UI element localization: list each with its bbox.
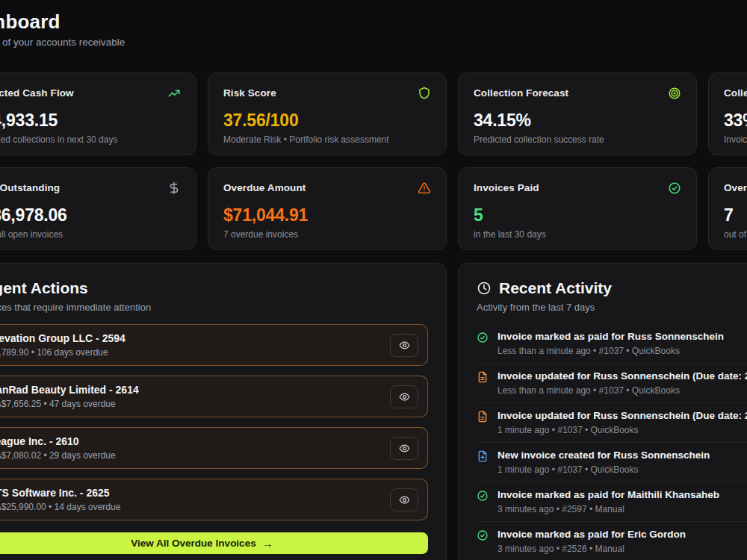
clock-icon (477, 281, 492, 296)
stat-card-title: Overdue Amount (223, 182, 306, 193)
invoice-detail: CA$25,990.00 • 14 days overdue (0, 502, 120, 512)
activity-meta: Less than a minute ago • #1037 • QuickBo… (498, 346, 724, 357)
activity-body: New invoice created for Russ Sonnenschei… (498, 449, 710, 476)
activity-title: Invoice marked as paid for Russ Sonnensc… (498, 330, 724, 343)
urgent-invoice-row: CanRad Beauty Limited - 2614 CA$7,656.25… (0, 376, 428, 417)
invoice-detail: CA$7,656.25 • 47 days overdue (0, 399, 139, 409)
activity-title: Invoice updated for Russ Sonnenschein (D… (498, 370, 747, 382)
stat-card-value: 37.56/100 (223, 110, 431, 131)
recent-activity-panel: Recent Activity Activity from the last 7… (458, 263, 747, 560)
view-invoice-button[interactable] (390, 385, 418, 408)
recent-activity-header: Recent Activity (477, 279, 747, 298)
activity-meta: 1 minute ago • #1037 • QuickBooks (498, 464, 710, 476)
stat-card-title: Invoices Paid (474, 182, 539, 193)
urgent-invoice-text: Elevation Group LLC - 2594 $4,789.90 • 1… (0, 332, 125, 358)
stat-card-collection-rate: Collection Rate 33% Invoices collected o… (708, 72, 747, 155)
invoice-name: CanRad Beauty Limited - 2614 (0, 384, 139, 396)
shield-icon (418, 87, 431, 100)
activity-title: Invoice updated for Russ Sonnenschein (D… (498, 409, 747, 422)
eye-icon (399, 494, 410, 505)
urgent-invoice-text: ATS Software Inc. - 2625 CA$25,990.00 • … (0, 487, 120, 512)
recent-activity-list: Invoice marked as paid for Russ Sonnensc… (477, 324, 747, 560)
invoice-name: ATS Software Inc. - 2625 (0, 487, 120, 499)
dollar-icon (167, 181, 181, 195)
eye-icon (399, 340, 410, 351)
urgent-actions-subtitle: Invoices that require immediate attentio… (0, 302, 428, 314)
urgent-invoice-row: Elevation Group LLC - 2594 $4,789.90 • 1… (0, 324, 428, 366)
activity-body: Invoice marked as paid for Russ Sonnensc… (498, 330, 724, 357)
activity-meta: 3 minutes ago • #2597 • Manual (498, 504, 719, 515)
stat-card-title: Collection Rate (724, 87, 747, 99)
activity-item: New invoice created for Russ Sonnenschei… (477, 443, 747, 482)
invoice-name: Elevation Group LLC - 2594 (0, 332, 125, 344)
stat-card-subtitle: in the last 30 days (474, 229, 681, 240)
file-text-icon (477, 411, 489, 423)
urgent-invoice-row: League Inc. - 2610 CA$7,080.02 • 29 days… (0, 427, 428, 469)
stat-card-title: Overdue Invoices (724, 182, 747, 193)
recent-activity-subtitle: Activity from the last 7 days (477, 302, 747, 314)
stat-card-risk-score: Risk Score 37.56/100 Moderate Risk • Por… (208, 72, 447, 155)
stat-card-value: 5 (474, 205, 681, 225)
file-plus-icon (477, 450, 489, 462)
alert-triangle-icon (418, 181, 431, 195)
lower-panels: Urgent Actions Invoices that require imm… (0, 263, 747, 560)
stat-card-value: 34.15% (474, 110, 681, 131)
stat-card-title: Predicted Cash Flow (0, 87, 74, 99)
page-header: Dashboard Overview of your accounts rece… (0, 0, 747, 49)
view-all-label: View All Overdue Invoices (131, 538, 255, 549)
activity-body: Invoice updated for Russ Sonnenschein (D… (498, 409, 747, 436)
stat-card-subtitle: out of all open invoices (724, 229, 747, 240)
activity-meta: 1 minute ago • #1037 • QuickBooks (498, 425, 747, 436)
invoice-detail: $4,789.90 • 106 days overdue (0, 347, 125, 358)
stat-card-subtitle: 7 overdue invoices (223, 229, 431, 240)
view-invoice-button[interactable] (390, 437, 418, 460)
stat-card-overdue-amount: Overdue Amount $71,044.91 7 overdue invo… (208, 167, 447, 250)
check-circle-icon (477, 490, 489, 502)
activity-item: Invoice marked as paid for Russ Sonnensc… (477, 324, 747, 364)
stat-card-title: Risk Score (223, 87, 276, 99)
activity-title: New invoice created for Russ Sonnenschei… (498, 449, 710, 461)
urgent-invoice-row: ATS Software Inc. - 2625 CA$25,990.00 • … (0, 479, 428, 520)
eye-icon (399, 391, 410, 402)
activity-title: Invoice marked as paid for Maithili Khan… (498, 488, 719, 501)
activity-item: Invoice marked as paid for Eric Gordon 3… (477, 522, 747, 560)
activity-item: Invoice updated for Russ Sonnenschein (D… (477, 403, 747, 443)
stat-card-subtitle: Moderate Risk • Portfolio risk assessmen… (223, 134, 431, 145)
stat-card-invoices-paid: Invoices Paid 5 in the last 30 days (458, 167, 697, 250)
view-all-overdue-button[interactable]: View All Overdue Invoices → (0, 532, 428, 554)
stat-card-title: Total Outstanding (0, 182, 60, 193)
activity-meta: 3 minutes ago • #2526 • Manual (498, 544, 686, 555)
activity-meta: Less than a minute ago • #1037 • QuickBo… (498, 385, 747, 396)
check-circle-icon (477, 529, 489, 541)
content-wrapper: Dashboard Overview of your accounts rece… (0, 0, 747, 560)
urgent-actions-panel: Urgent Actions Invoices that require imm… (0, 263, 447, 560)
invoice-detail: CA$7,080.02 • 29 days overdue (0, 450, 116, 461)
stat-card-subtitle: Predicted collection success rate (474, 134, 681, 145)
stat-card-subtitle: From all open invoices (0, 229, 181, 240)
stat-card-value: 33% (724, 110, 747, 131)
stat-card-predicted-cash-flow: Predicted Cash Flow $54,933.15 Expected … (0, 72, 196, 155)
stats-grid: Predicted Cash Flow $54,933.15 Expected … (0, 72, 747, 250)
check-circle-icon (668, 181, 681, 195)
trending-up-icon (167, 87, 181, 100)
page-title: Dashboard (0, 10, 747, 34)
arrow-right-icon: → (262, 538, 273, 549)
activity-body: Invoice marked as paid for Maithili Khan… (498, 488, 719, 515)
stat-card-subtitle: Expected collections in next 30 days (0, 134, 181, 145)
stat-card-value: 7 (724, 205, 747, 225)
page-subtitle: Overview of your accounts receivable (0, 36, 747, 49)
invoice-name: League Inc. - 2610 (0, 435, 116, 447)
activity-title: Invoice marked as paid for Eric Gordon (498, 528, 686, 541)
urgent-actions-list: Elevation Group LLC - 2594 $4,789.90 • 1… (0, 324, 428, 554)
urgent-actions-title: Urgent Actions (0, 279, 428, 298)
eye-icon (399, 443, 410, 454)
activity-item: Invoice marked as paid for Maithili Khan… (477, 482, 747, 522)
stat-card-value: $71,044.91 (223, 205, 431, 225)
view-invoice-button[interactable] (390, 334, 418, 357)
recent-activity-title: Recent Activity (499, 279, 612, 298)
view-invoice-button[interactable] (390, 488, 418, 511)
urgent-invoice-text: League Inc. - 2610 CA$7,080.02 • 29 days… (0, 435, 116, 461)
target-icon (668, 87, 681, 100)
stat-card-value: $54,933.15 (0, 110, 181, 131)
activity-item: Invoice updated for Russ Sonnenschein (D… (477, 364, 747, 403)
